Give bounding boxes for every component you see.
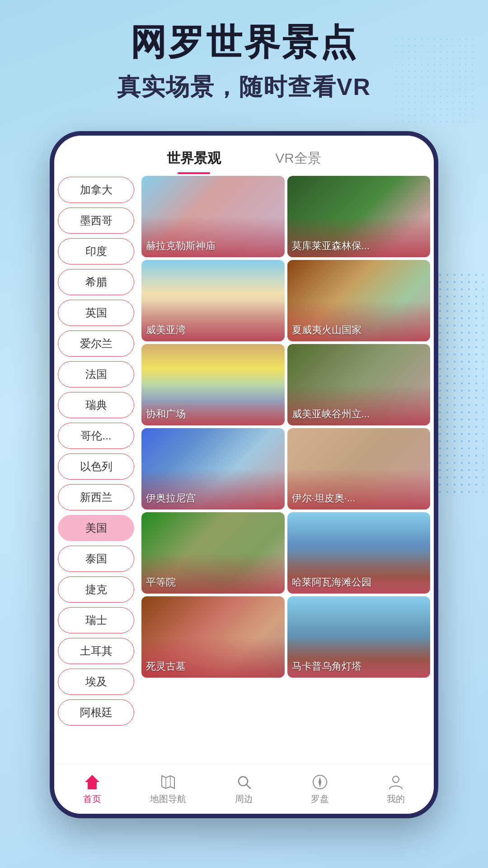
- nav-label-nearby: 周边: [235, 793, 253, 805]
- sidebar-item-mexico[interactable]: 墨西哥: [58, 208, 134, 234]
- tab-vr-panorama[interactable]: VR全景: [275, 149, 321, 172]
- grid-item-9[interactable]: 平等院: [141, 512, 285, 594]
- grid-item-8[interactable]: 伊尔·坦皮奥·...: [287, 428, 431, 509]
- nav-item-map[interactable]: 地图导航: [130, 773, 206, 805]
- map-icon: [159, 773, 177, 791]
- attractions-grid: 赫拉克勒斯神庙 莫库莱亚森林保... 威美亚湾 夏威夷火山国家: [138, 172, 434, 764]
- grid-item-7[interactable]: 伊奥拉尼宫: [141, 428, 285, 509]
- grid-item-5[interactable]: 协和广场: [141, 344, 285, 425]
- grid-label-12: 马卡普乌角灯塔: [292, 660, 429, 673]
- sidebar-item-uk[interactable]: 英国: [58, 300, 134, 326]
- nav-item-home[interactable]: 首页: [54, 773, 130, 805]
- sidebar-item-turkey[interactable]: 土耳其: [58, 638, 134, 664]
- svg-line-5: [247, 785, 250, 788]
- grid-label-3: 威美亚湾: [146, 323, 283, 337]
- bottom-navigation: 首页 地图导航 周: [54, 764, 434, 814]
- phone-screen: 世界景观 VR全景 加拿大 墨西哥 印度 希腊 英国 爱尔兰 法国 瑞典 哥伦.…: [54, 136, 434, 814]
- main-title: 网罗世界景点: [0, 23, 488, 62]
- grid-item-12[interactable]: 马卡普乌角灯塔: [287, 596, 431, 678]
- grid-label-1: 赫拉克勒斯神庙: [146, 239, 283, 253]
- sidebar-item-greece[interactable]: 希腊: [58, 269, 134, 295]
- content-area: 加拿大 墨西哥 印度 希腊 英国 爱尔兰 法国 瑞典 哥伦... 以色列 新西兰…: [54, 172, 434, 764]
- tabs-bar: 世界景观 VR全景: [54, 136, 434, 172]
- grid-label-9: 平等院: [146, 576, 283, 589]
- nav-label-profile: 我的: [387, 793, 405, 805]
- grid-label-2: 莫库莱亚森林保...: [292, 239, 429, 253]
- nav-label-compass: 罗盘: [311, 793, 329, 805]
- sidebar-item-usa[interactable]: 美国: [58, 515, 134, 541]
- sidebar-item-argentina[interactable]: 阿根廷: [58, 699, 134, 726]
- sidebar-item-czech[interactable]: 捷克: [58, 576, 134, 603]
- sidebar-item-ireland[interactable]: 爱尔兰: [58, 330, 134, 357]
- sub-title: 真实场景，随时查看VR: [0, 71, 488, 103]
- phone-mockup: 世界景观 VR全景 加拿大 墨西哥 印度 希腊 英国 爱尔兰 法国 瑞典 哥伦.…: [50, 131, 438, 818]
- sidebar-item-india[interactable]: 印度: [58, 238, 134, 264]
- profile-icon: [387, 773, 405, 791]
- sidebar-item-france[interactable]: 法国: [58, 361, 134, 387]
- header: 网罗世界景点 真实场景，随时查看VR: [0, 23, 488, 103]
- side-button-right1: [436, 249, 438, 276]
- country-sidebar: 加拿大 墨西哥 印度 希腊 英国 爱尔兰 法国 瑞典 哥伦... 以色列 新西兰…: [54, 172, 138, 764]
- sidebar-item-israel[interactable]: 以色列: [58, 453, 134, 480]
- nav-label-home: 首页: [83, 793, 101, 805]
- grid-item-1[interactable]: 赫拉克勒斯神庙: [141, 176, 285, 257]
- grid-label-8: 伊尔·坦皮奥·...: [292, 491, 429, 505]
- svg-point-9: [393, 776, 399, 783]
- compass-icon: [311, 773, 329, 791]
- svg-rect-1: [90, 784, 94, 789]
- grid-label-5: 协和广场: [146, 407, 283, 421]
- grid-label-6: 威美亚峡谷州立...: [292, 407, 429, 421]
- nav-item-profile[interactable]: 我的: [358, 773, 434, 805]
- svg-point-8: [319, 781, 321, 783]
- sidebar-item-newzealand[interactable]: 新西兰: [58, 484, 134, 510]
- grid-item-4[interactable]: 夏威夷火山国家: [287, 260, 431, 341]
- nav-item-nearby[interactable]: 周边: [206, 773, 282, 805]
- nav-item-compass[interactable]: 罗盘: [282, 773, 358, 805]
- grid-item-10[interactable]: 哈莱阿瓦海滩公园: [287, 512, 431, 594]
- grid-item-2[interactable]: 莫库莱亚森林保...: [287, 176, 431, 257]
- sidebar-item-sweden[interactable]: 瑞典: [58, 392, 134, 418]
- grid-item-11[interactable]: 死灵古墓: [141, 596, 285, 678]
- grid-label-4: 夏威夷火山国家: [292, 323, 429, 337]
- nav-label-map: 地图导航: [150, 793, 186, 805]
- sidebar-item-colombia[interactable]: 哥伦...: [58, 423, 134, 449]
- tab-world-scenery[interactable]: 世界景观: [167, 149, 221, 172]
- grid-item-3[interactable]: 威美亚湾: [141, 260, 285, 341]
- grid-label-10: 哈莱阿瓦海滩公园: [292, 576, 429, 589]
- sidebar-item-egypt[interactable]: 埃及: [58, 669, 134, 695]
- grid-label-11: 死灵古墓: [146, 660, 283, 673]
- sidebar-item-thailand[interactable]: 泰国: [58, 546, 134, 572]
- grid-item-6[interactable]: 威美亚峡谷州立...: [287, 344, 431, 425]
- side-button-right2: [436, 289, 438, 335]
- sidebar-item-canada[interactable]: 加拿大: [58, 177, 134, 203]
- sidebar-item-switzerland[interactable]: 瑞士: [58, 607, 134, 633]
- home-icon: [83, 773, 101, 791]
- grid-label-7: 伊奥拉尼宫: [146, 491, 283, 505]
- side-button-left: [50, 271, 52, 307]
- search-icon: [235, 773, 253, 791]
- svg-point-4: [239, 777, 248, 786]
